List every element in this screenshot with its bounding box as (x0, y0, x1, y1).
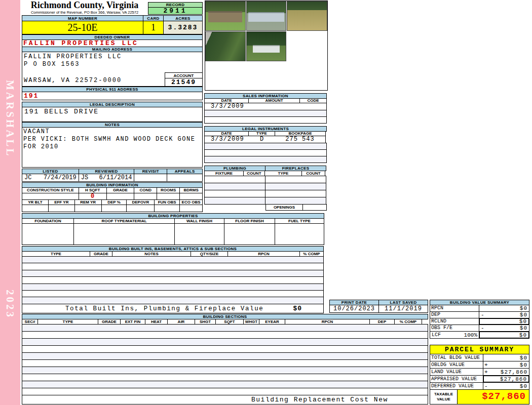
parcel-value-cell: - $0 (483, 382, 529, 390)
bvs-value-cell: $0 (479, 318, 529, 325)
pf-cell (265, 190, 326, 197)
sales-row-1-date: 3/3/2009 (211, 103, 244, 110)
effyr-value (48, 205, 75, 212)
sales-row-3 (204, 116, 327, 124)
note-line-1: VACANT (23, 128, 201, 135)
depovr-value (126, 205, 155, 212)
parcel-row-total-bldg: TOTAL BLDG VALUE $0 (430, 354, 529, 361)
reviewed-date: 6/11/2014 (99, 174, 132, 181)
bvs-value-cell: - $0 (479, 325, 529, 332)
building-info-value-row-2 (22, 205, 203, 212)
last-saved-value: 11/1/2019 (378, 305, 428, 313)
parcel-value: $27,860 (490, 376, 528, 382)
sidebar-vendor-label: MARSHALL (4, 80, 16, 171)
bvs-value: $0 (487, 332, 528, 338)
note-line-3: FOR 2010 (23, 143, 201, 150)
sidebar-year-label: 2023 (4, 290, 16, 325)
bvs-row-rpcn: RPCN $0 (430, 305, 529, 312)
map-number-value: 25-10E (22, 21, 143, 34)
built-ins-empty-row (22, 276, 324, 284)
parcel-op: - (483, 383, 490, 389)
built-ins-empty-row (22, 270, 324, 277)
note-line-2: PER VICKI: BOTH SWMH AND WOOD DECK GONE (23, 136, 201, 143)
bvs-label-cell: LCF 100% (430, 331, 479, 339)
revisit-value (134, 174, 167, 182)
pf-row-4 (204, 197, 327, 205)
parcel-label: TOTAL BLDG VALUE (430, 354, 483, 361)
built-ins-empty-row (22, 263, 324, 270)
mailing-line-1: FALLIN PROPERTIES LLC (24, 53, 166, 60)
rooms-value (157, 193, 180, 200)
parcel-row-obldg: OBLDG VALUE + $0 (430, 361, 529, 369)
property-photo-3[interactable] (287, 1, 327, 31)
bvs-row-rclnd: RCLND $0 (430, 318, 529, 325)
construction-style-value (22, 193, 79, 200)
bvs-label: DEP (430, 311, 479, 318)
bvs-op: - (479, 312, 487, 318)
record-number: 2911 (148, 7, 203, 15)
funobs-value (154, 205, 180, 212)
mailing-line-2: P O BOX 1563 (24, 61, 166, 68)
replacement-cost-note: Building Replacement Cost New (251, 396, 388, 403)
built-ins-total-value: $0 (293, 305, 302, 312)
building-sections-empty-row (22, 331, 428, 339)
wall-finish-value (174, 223, 224, 245)
openings-value (302, 204, 327, 211)
parcel-value-cell: $0 (483, 354, 529, 361)
bvs-row-dep: DEP - $0 (430, 311, 529, 318)
floor-finish-value (224, 223, 275, 245)
building-sections-empty-row (22, 352, 428, 360)
parcel-label: APPRAISED VALUE (430, 375, 483, 383)
parcel-op: + (483, 362, 490, 368)
building-sections-empty-row (22, 324, 428, 332)
building-sections-empty-row (22, 367, 428, 374)
pf-row-1 (204, 176, 327, 183)
cond-value (134, 193, 157, 200)
bvs-row-obs: OBS F/E - $0 (430, 325, 529, 332)
building-sections-empty-row (22, 374, 428, 381)
property-photo-1[interactable] (205, 1, 246, 31)
bvs-value: $0 (487, 318, 528, 325)
built-ins-total-label: Total Built Ins, Plumbing & Fireplace Va… (65, 305, 263, 312)
property-photo-5[interactable] (246, 31, 286, 61)
physical-911-value: 191 (22, 92, 203, 100)
parcel-row-deferred: DEFERRED VALUE - $0 (430, 382, 529, 390)
instrument-type: D (248, 136, 275, 143)
property-photo-2[interactable] (246, 1, 286, 31)
pf-cell (265, 183, 326, 190)
parcel-value-cell: + $0 (483, 361, 529, 369)
building-sections-footer-row: Building Replacement Cost New (22, 395, 428, 404)
building-sections-empty-row (22, 345, 428, 353)
bvs-value: $0 (487, 305, 529, 311)
property-photo-4[interactable] (205, 31, 246, 61)
built-ins-empty-row (22, 297, 324, 304)
parcel-label: DEFERRED VALUE (430, 382, 483, 390)
built-ins-empty-row (22, 290, 324, 297)
mailing-line-3: WARSAW, VA 22572-0000 (24, 77, 166, 84)
pf-row-3 (204, 190, 327, 197)
building-properties-body (22, 223, 324, 245)
dates-value-row: 10/26/2023 11/1/2019 (329, 305, 428, 313)
bvs-value: $0 (487, 312, 529, 318)
openings-label: OPENINGS (265, 204, 303, 211)
instrument-bookpage: 275 543 (275, 136, 326, 143)
building-info-value-row-1: 0 (22, 193, 203, 200)
building-sections-empty-row (22, 381, 428, 388)
bvs-label: OBS F/E (430, 325, 479, 332)
appeals-value (167, 174, 203, 182)
trailer-shape (208, 11, 242, 22)
legal-description-value: 191 BELLS DRIVE (22, 107, 203, 122)
listed-by: JC (24, 174, 31, 181)
yrblt-value (22, 205, 49, 212)
bvs-value: $0 (487, 325, 529, 331)
bvs-label: RCLND (430, 318, 479, 325)
bvs-label: RPCN (430, 305, 479, 312)
parcel-value: $0 (490, 362, 529, 368)
built-ins-empty-row (22, 284, 324, 291)
hsqft-value: 0 (79, 193, 107, 200)
trailer-shape (253, 45, 280, 53)
print-date-value: 10/26/2023 (329, 305, 379, 313)
parcel-value: $27,860 (490, 369, 529, 375)
built-ins-empty-row (22, 256, 324, 263)
building-sections-empty-row (22, 359, 428, 367)
